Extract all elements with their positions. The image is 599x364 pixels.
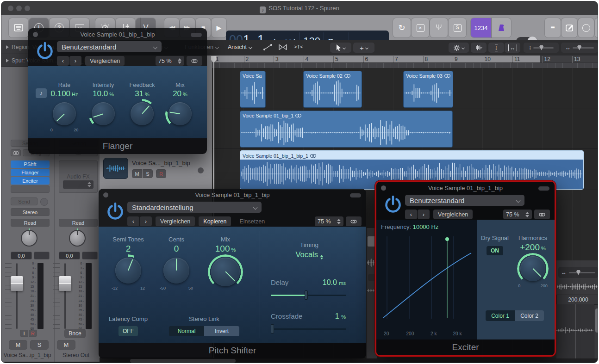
track-header[interactable]: Voice Sa..._bip_1_bip M S R [102,155,211,188]
exciter-plugin-window[interactable]: Voice Sample 01_bip_1_bip Benutzerstanda… [375,180,556,357]
flanger-mix-knob[interactable] [168,102,192,125]
metronome-button[interactable] [492,18,511,37]
flanger-preset-menu[interactable]: Benutzerstandard [57,41,162,52]
fader-cap[interactable] [59,276,71,291]
plugin-link-pill[interactable] [538,186,549,191]
play-button[interactable]: ▶ [212,18,226,37]
timing-selector[interactable]: Vocals [270,250,349,259]
plugin-close-dot[interactable] [103,192,108,197]
autopunch-button[interactable]: × [412,18,429,37]
note-pads-button[interactable] [562,18,577,37]
flex-button[interactable] [278,44,287,50]
track-record-button[interactable]: R [156,169,166,178]
channel1-input-format-button[interactable] [11,149,21,156]
channel1-output-button[interactable]: Stereo [11,208,50,216]
flanger-rate-knob[interactable] [53,102,76,125]
previous-preset-button[interactable]: ‹ [405,210,417,219]
send-level-knob[interactable] [40,198,48,206]
track-settings-menu[interactable] [449,43,469,53]
flanger-power-button[interactable] [36,41,54,62]
delay-slider[interactable] [271,290,346,300]
frequency-value[interactable]: 10000 Hz [413,223,439,230]
zoom-slider-thumb[interactable] [577,45,581,50]
cents-knob[interactable] [163,258,189,284]
next-preset-button[interactable]: › [69,56,81,66]
channel2-fader[interactable]: 0 -3 -6 -9 -12 -15 -18 -21 -24 -30 -35 -… [52,263,99,329]
link-button[interactable] [187,56,202,66]
compare-button[interactable]: Vergleichen [156,216,195,226]
waveform-zoom-button[interactable] [471,43,487,53]
channel2-volume-value[interactable]: 0,0 [59,252,80,259]
window-zoom-stepper[interactable]: 75 % [156,56,184,66]
region-voice-sample-01-bip-1[interactable]: Voice Sample 01_bip_1 [240,111,453,148]
channel1-record-enable-button[interactable]: R [29,330,37,337]
channel1-input-monitor-button[interactable]: I [20,330,28,337]
library-button[interactable] [9,18,28,37]
snap-mode-button[interactable]: >T< [294,44,303,49]
frequency-graph[interactable] [380,234,474,321]
color1-button[interactable]: Color 1 [486,310,515,321]
cycle-button[interactable]: ↻ [393,18,411,37]
latency-comp-off-button[interactable]: OFF [119,326,138,336]
editor-zoom-slider[interactable]: ↔ [558,267,598,278]
copy-button[interactable]: Kopieren [199,216,231,226]
compare-button[interactable]: Vergleichen [85,56,125,66]
window-zoom-stepper[interactable]: 75 % [503,210,532,219]
plugin-link-pill[interactable] [191,33,202,37]
plugin-close-dot[interactable] [381,185,386,191]
plugin-slot-empty[interactable] [11,185,50,193]
compare-button[interactable]: Vergleichen [433,210,473,219]
link-button[interactable] [534,210,550,219]
crossfade-slider[interactable] [271,324,346,333]
window-zoom-stepper[interactable]: 75 % [315,216,343,226]
stereo-link-invert-button[interactable]: Invert [204,326,239,336]
channel1-fader[interactable]: 0 -3 -6 -9 -12 -15 -18 -21 -24 -30 -35 -… [4,263,50,329]
plugin-link-pill[interactable] [350,193,361,197]
flanger-feedback-knob[interactable] [131,102,154,125]
channel1-volume-value[interactable]: 0,0 [11,252,32,259]
previous-preset-button[interactable]: ‹ [57,56,69,66]
vertical-zoom-slider[interactable]: ↕ [524,43,559,53]
pitch-shifter-power-button[interactable] [106,202,125,222]
flanger-plugin-window[interactable]: Voice Sample 01_bip_1_bip Benutzerstanda… [28,28,207,154]
pointer-tool-menu[interactable] [330,43,351,53]
channel1-pan-knob[interactable] [21,230,37,247]
paste-button[interactable]: Einsetzen [235,216,269,226]
harmonics-knob[interactable] [520,256,545,281]
next-preset-button[interactable]: › [140,216,152,226]
dry-signal-on-button[interactable]: ON [487,246,503,255]
fader-cap[interactable] [11,276,23,291]
exciter-power-button[interactable] [384,195,402,215]
channel2-automation-button[interactable]: Read [59,219,98,227]
channel1-automation-button[interactable]: Read [11,219,50,227]
horizontal-zoom-button[interactable]: ↔ [505,43,520,53]
channel2-pan-knob[interactable] [69,230,86,247]
crosshair-tool-menu[interactable]: + [353,43,374,53]
link-button[interactable] [346,216,362,226]
previous-preset-button[interactable]: ‹ [127,216,139,226]
horizontal-zoom-slider[interactable]: ↔ [561,43,598,53]
pitch-shifter-plugin-window[interactable]: Voice Sample 01_bip_1_bip Standardeinste… [99,189,366,358]
region-voice-sample-03[interactable]: Voice Sample 03 [403,71,453,108]
channel1-solo-button[interactable]: S [30,340,49,350]
track-name[interactable]: Voice Sa..._bip_1_bip [132,160,190,167]
color2-button[interactable]: Color 2 [515,310,544,321]
channel2-mute-button[interactable]: M [57,340,75,350]
editor-scrollbar[interactable] [595,308,598,333]
menu-ansicht[interactable]: Ansicht [228,44,252,50]
track-on-off-dot[interactable] [198,167,204,173]
next-preset-button[interactable]: › [418,210,430,219]
ps-mix-knob[interactable] [211,258,240,286]
stereo-link-normal-button[interactable]: Normal [169,326,204,336]
vertical-zoom-button[interactable]: ↕ [488,43,504,53]
channel1-mute-button[interactable]: M [9,340,27,350]
scrollbar-thumb[interactable] [130,359,236,363]
tuning-button[interactable]: Ψ [430,18,448,37]
region-voice-sample-02[interactable]: Voice Sample 02 [303,71,362,108]
bar-ruler[interactable]: 12345678910111213 [212,56,598,68]
list-editors-button[interactable]: ≡ [545,18,561,37]
region-voice-sa[interactable]: Voice Sa [240,71,266,108]
solo-mode-button[interactable]: S [449,18,466,37]
channel2-audiofx-slot[interactable]: Audio FX [59,160,98,193]
count-in-button[interactable]: 1234 [471,18,491,37]
